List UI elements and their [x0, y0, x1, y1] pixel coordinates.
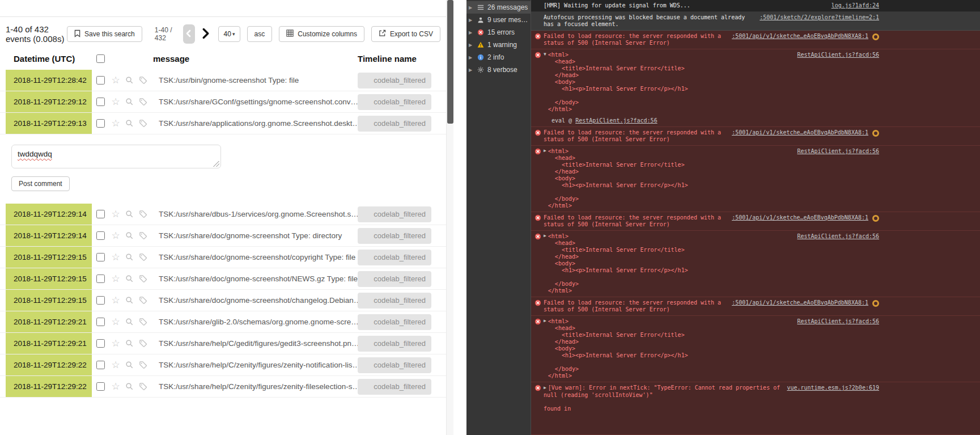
event-datetime-cell[interactable]: 2018-11-29T12:29:13 [6, 113, 92, 134]
disclosure-triangle[interactable]: ▶ [469, 5, 474, 10]
triangle-collapsed-icon[interactable]: ▶ [544, 233, 546, 239]
row-checkbox[interactable] [96, 98, 105, 106]
issue-badge-icon[interactable] [872, 215, 879, 222]
event-message[interactable]: TSK:/usr/share/doc/gnome-screenshot/NEWS… [159, 274, 358, 283]
search-icon[interactable] [122, 296, 136, 305]
issue-badge-icon[interactable] [872, 130, 879, 137]
star-icon[interactable]: ☆ [109, 317, 122, 327]
event-datetime-cell[interactable]: 2018-11-29T12:29:22 [6, 376, 92, 397]
triangle-collapsed-icon[interactable]: ▶ [544, 385, 546, 391]
star-icon[interactable]: ☆ [109, 382, 122, 391]
tag-icon[interactable] [136, 210, 150, 218]
source-link[interactable]: RestApiClient.js?facd:56 [792, 148, 880, 155]
sidebar-filter-user-messages[interactable]: ▶9 user mes… [466, 14, 531, 26]
tag-icon[interactable] [136, 296, 150, 305]
tag-icon[interactable] [136, 318, 150, 326]
search-icon[interactable] [122, 98, 136, 106]
star-icon[interactable]: ☆ [109, 97, 122, 107]
next-page-button[interactable] [200, 24, 211, 44]
source-link[interactable]: :5001/api/v1/sketche…eAoEBvqAbPdbN8XA8:1 [726, 129, 868, 136]
tag-icon[interactable] [136, 339, 150, 348]
timeline-column-header[interactable]: Timeline name [358, 54, 431, 64]
source-link[interactable]: RestApiClient.js?facd:56 [792, 318, 880, 325]
row-checkbox[interactable] [96, 76, 105, 85]
tag-icon[interactable] [136, 361, 150, 369]
event-datetime-cell[interactable]: 2018-11-29T12:28:42 [6, 70, 92, 91]
star-icon[interactable]: ☆ [109, 209, 122, 219]
search-icon[interactable] [122, 339, 136, 348]
search-icon[interactable] [122, 382, 136, 391]
search-icon[interactable] [122, 253, 136, 261]
event-message[interactable]: TSK:/usr/share/dbus-1/services/org.gnome… [159, 210, 358, 218]
disclosure-triangle[interactable]: ▶ [469, 43, 474, 48]
row-checkbox[interactable] [96, 318, 105, 326]
row-checkbox[interactable] [96, 231, 105, 240]
event-datetime-cell[interactable]: 2018-11-29T12:29:14 [6, 204, 92, 225]
star-icon[interactable]: ☆ [109, 231, 122, 240]
disclosure-triangle[interactable]: ▶ [469, 18, 474, 23]
resize-grip-icon[interactable] [213, 161, 219, 167]
star-icon[interactable]: ☆ [109, 119, 122, 128]
event-message[interactable]: TSK:/usr/share/glib-2.0/schemas/org.gnom… [159, 318, 358, 326]
tag-icon[interactable] [136, 231, 150, 240]
page-size-select[interactable]: 40 ▾ [218, 26, 240, 42]
triangle-expanded-icon[interactable]: ▼ [544, 51, 546, 58]
sort-order-button[interactable]: asc [247, 26, 273, 42]
star-icon[interactable]: ☆ [109, 360, 122, 370]
search-icon[interactable] [122, 274, 136, 283]
tag-icon[interactable] [136, 253, 150, 261]
event-datetime-cell[interactable]: 2018-11-29T12:29:12 [6, 91, 92, 112]
scrollbar-thumb[interactable] [447, 0, 453, 124]
event-message[interactable]: TSK:/usr/share/doc/gnome-screenshot/chan… [159, 296, 358, 305]
customize-columns-button[interactable]: Customize columns [279, 26, 364, 42]
star-icon[interactable]: ☆ [109, 295, 122, 305]
event-message[interactable]: TSK:/usr/share/applications/org.gnome.Sc… [159, 119, 358, 128]
star-icon[interactable]: ☆ [109, 252, 122, 262]
source-link[interactable]: :5001/api/v1/sketche…eAoEBvqAbPdbN8XA8:1 [726, 33, 868, 40]
source-link[interactable]: log.js?1afd:24 [826, 2, 879, 9]
event-message[interactable]: TSK:/usr/share/doc/gnome-screenshot/copy… [159, 253, 358, 261]
select-all-checkbox[interactable] [96, 54, 105, 63]
row-checkbox[interactable] [96, 296, 105, 305]
disclosure-triangle[interactable]: ▶ [469, 67, 474, 73]
event-datetime-cell[interactable]: 2018-11-29T12:29:21 [6, 311, 92, 332]
source-link[interactable]: :5001/sketch/2/explore?timeline=2:1 [754, 14, 879, 21]
star-icon[interactable]: ☆ [109, 75, 122, 85]
prev-page-button[interactable] [183, 24, 195, 44]
event-message[interactable]: TSK:/usr/share/help/C/gedit/figures/gedi… [159, 339, 358, 348]
disclosure-triangle[interactable]: ▶ [469, 55, 474, 60]
search-icon[interactable] [122, 231, 136, 240]
tag-icon[interactable] [136, 382, 150, 391]
event-datetime-cell[interactable]: 2018-11-29T12:29:15 [6, 247, 92, 268]
row-checkbox[interactable] [96, 119, 105, 128]
tag-icon[interactable] [136, 119, 150, 128]
event-datetime-cell[interactable]: 2018-11-29T12:29:15 [6, 268, 92, 289]
source-link[interactable]: RestApiClient.js?facd:56 [575, 117, 657, 124]
issue-badge-icon[interactable] [872, 300, 879, 307]
event-message[interactable]: TSK:/usr/share/doc/gnome-screenshot Type… [159, 231, 358, 240]
source-link[interactable]: RestApiClient.js?facd:56 [792, 52, 880, 58]
source-link[interactable]: :5001/api/v1/sketche…eAoEBvqAbPdbN8XA8:1 [726, 214, 868, 221]
triangle-collapsed-icon[interactable]: ▶ [544, 318, 546, 324]
tag-icon[interactable] [136, 76, 150, 85]
post-comment-button[interactable]: Post comment [11, 176, 70, 191]
datetime-column-header[interactable]: Datetime (UTC) [6, 54, 92, 64]
triangle-collapsed-icon[interactable]: ▶ [544, 147, 546, 154]
comment-input[interactable]: twddqwdq [11, 145, 221, 168]
event-datetime-cell[interactable]: 2018-11-29T12:29:15 [6, 290, 92, 311]
tag-icon[interactable] [136, 274, 150, 283]
sidebar-filter-warnings[interactable]: ▶1 warning [466, 39, 531, 51]
tag-icon[interactable] [136, 98, 150, 106]
sidebar-filter-errors[interactable]: ▶15 errors [466, 26, 531, 39]
search-icon[interactable] [122, 119, 136, 128]
message-column-header[interactable]: message [153, 54, 358, 64]
source-link[interactable]: :5001/api/v1/sketche…eAoEBvqAbPdbN8XA8:1 [726, 299, 868, 306]
event-message[interactable]: TSK:/usr/share/GConf/gsettings/gnome-scr… [159, 98, 358, 106]
row-checkbox[interactable] [96, 274, 105, 283]
star-icon[interactable]: ☆ [109, 339, 122, 348]
row-checkbox[interactable] [96, 253, 105, 261]
sidebar-filter-verbose[interactable]: ▶8 verbose [466, 64, 531, 76]
search-icon[interactable] [122, 361, 136, 369]
search-icon[interactable] [122, 318, 136, 326]
export-csv-button[interactable]: Export to CSV [371, 26, 440, 42]
